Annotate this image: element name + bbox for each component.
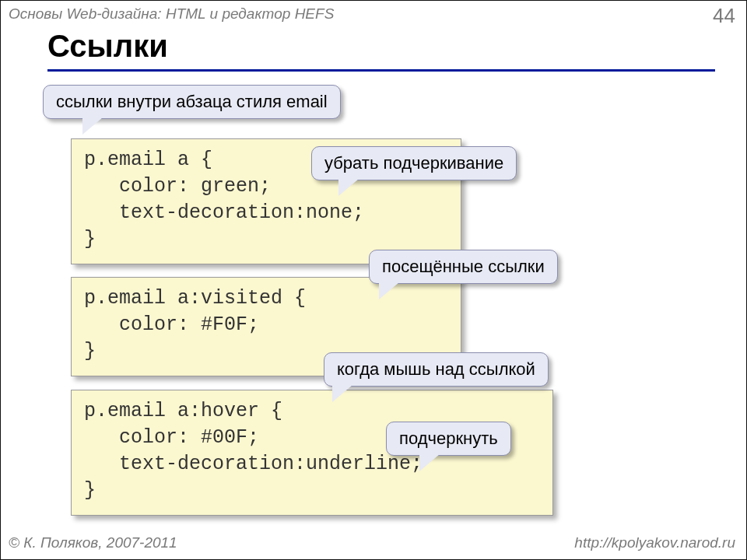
callout-text: ссылки внутри абзаца стиля email [56, 92, 328, 111]
page-title: Ссылки [47, 29, 168, 64]
callout-tail-icon [419, 454, 440, 471]
callout-text: когда мышь над ссылкой [337, 359, 535, 379]
callout-tail-icon [338, 179, 359, 196]
callout-visited: посещённые ссылки [369, 250, 558, 284]
callout-tail-icon [82, 117, 103, 135]
callout-hover: когда мышь над ссылкой [324, 352, 549, 387]
callout-tail-icon [379, 282, 399, 299]
title-rule [47, 69, 715, 72]
header-subtitle: Основы Web-дизайна: HTML и редактор HEFS [9, 5, 334, 23]
footer-copyright: © К. Поляков, 2007-2011 [9, 534, 177, 551]
callout-text: убрать подчеркивание [324, 153, 503, 173]
callout-links-in-para: ссылки внутри абзаца стиля email [43, 85, 341, 119]
page-number: 44 [713, 4, 735, 28]
callout-tail-icon [332, 385, 352, 402]
callout-text: посещённые ссылки [382, 257, 545, 276]
footer-url: http://kpolyakov.narod.ru [574, 534, 735, 551]
callout-text: подчеркнуть [399, 429, 498, 448]
callout-underline: подчеркнуть [386, 422, 511, 456]
callout-remove-underline: убрать подчеркивание [311, 146, 517, 180]
slide: Основы Web-дизайна: HTML и редактор HEFS… [0, 0, 747, 560]
